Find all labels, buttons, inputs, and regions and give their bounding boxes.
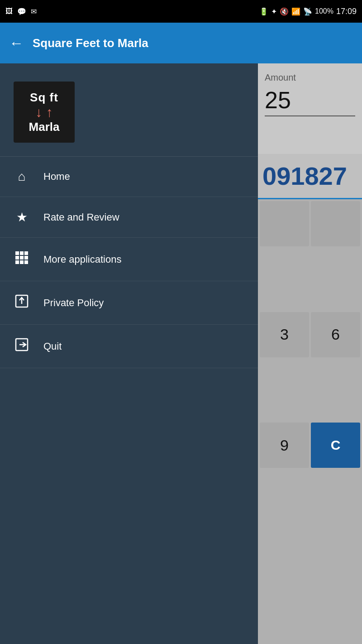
image-icon: 🖼 [5, 7, 13, 15]
app-title: Square Feet to Marla [33, 36, 148, 50]
bluetooth-icon: ✦ [271, 7, 277, 16]
exit-icon [14, 337, 30, 355]
drawer-item-rate[interactable]: ★ Rate and Review [0, 197, 258, 238]
battery-charging-icon: 🔋 [259, 7, 268, 16]
svg-rect-5 [24, 256, 28, 260]
amount-label: Amount [265, 72, 355, 83]
svg-rect-2 [24, 251, 28, 255]
key-empty-2[interactable] [311, 201, 360, 246]
status-bar-left: 🖼 💬 ✉ [5, 7, 37, 16]
app-logo: Sq ft ↓ ↑ Marla [14, 82, 75, 143]
battery-percent: 100% [315, 7, 333, 15]
signal-icon: 📡 [303, 7, 312, 16]
logo-bottom-text: Marla [29, 120, 60, 134]
amount-section: Amount 25 [258, 63, 362, 154]
svg-rect-4 [20, 256, 24, 260]
grid-icon [14, 250, 30, 268]
status-time: 17:09 [336, 7, 357, 16]
drawer-item-policy[interactable]: Private Policy [0, 281, 258, 325]
drawer-item-home[interactable]: ⌂ Home [0, 157, 258, 197]
home-icon: ⌂ [14, 169, 30, 184]
chat-icon: 💬 [17, 7, 26, 16]
drawer-label-quit: Quit [43, 341, 62, 352]
drawer-logo-area: Sq ft ↓ ↑ Marla [0, 63, 258, 156]
logo-arrows: ↓ ↑ [35, 106, 52, 119]
status-bar-right: 🔋 ✦ 🔇 📶 📡 100% 17:09 [259, 7, 357, 16]
key-empty-1[interactable] [260, 201, 309, 246]
drawer-item-apps[interactable]: More applications [0, 238, 258, 281]
main-area: Amount 25 091827 3 6 9 C Sq ft ↓ ↑ Marla… [0, 63, 362, 644]
keypad: 3 6 9 C [258, 199, 362, 644]
svg-rect-3 [15, 256, 19, 260]
svg-rect-8 [24, 260, 28, 264]
mute-icon: 🔇 [280, 7, 289, 16]
svg-rect-0 [15, 251, 19, 255]
amount-value: 25 [265, 87, 355, 116]
drawer-label-apps: More applications [43, 254, 121, 265]
status-bar: 🖼 💬 ✉ 🔋 ✦ 🔇 📶 📡 100% 17:09 [0, 0, 362, 23]
share-icon [14, 294, 30, 312]
app-bar: ← Square Feet to Marla [0, 23, 362, 63]
back-button[interactable]: ← [9, 35, 24, 52]
key-3[interactable]: 3 [260, 312, 309, 357]
key-9[interactable]: 9 [260, 423, 309, 468]
drawer-label-rate: Rate and Review [43, 211, 119, 223]
key-clear[interactable]: C [311, 423, 360, 468]
drawer-item-quit[interactable]: Quit [0, 325, 258, 368]
logo-top-text: Sq ft [30, 91, 58, 105]
drawer-label-home: Home [43, 171, 70, 183]
star-icon: ★ [14, 210, 30, 225]
drawer-label-policy: Private Policy [43, 297, 104, 309]
drawer: Sq ft ↓ ↑ Marla ⌂ Home ★ Rate and Review [0, 63, 258, 644]
wifi-icon: 📶 [291, 7, 300, 16]
svg-rect-1 [20, 251, 24, 255]
key-6[interactable]: 6 [311, 312, 360, 357]
mail-icon: ✉ [31, 7, 37, 16]
svg-rect-6 [15, 260, 19, 264]
result-section: 091827 [258, 154, 362, 199]
result-value: 091827 [262, 161, 347, 191]
right-panel: Amount 25 091827 3 6 9 C [258, 63, 362, 644]
svg-rect-7 [20, 260, 24, 264]
